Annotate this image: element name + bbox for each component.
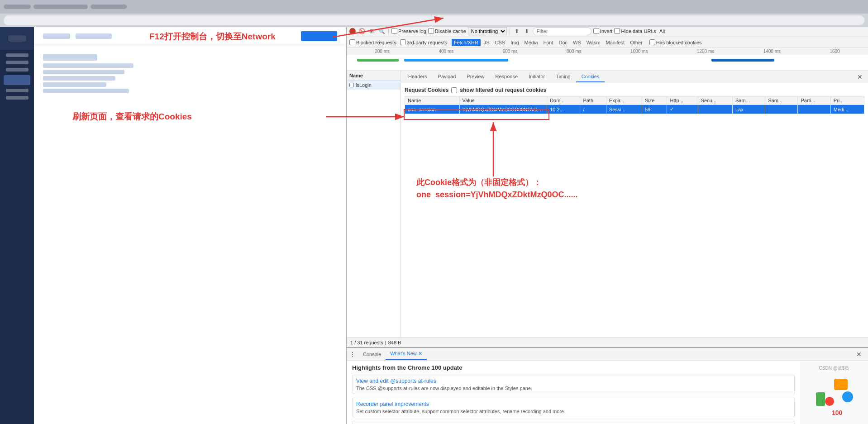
has-blocked-cookies-checkbox[interactable] [649, 39, 655, 45]
header-action-btn[interactable] [301, 31, 337, 41]
item-2-desc: Set custom selector attribute, support c… [356, 409, 791, 414]
name-column-header: Name [349, 73, 363, 78]
mark-400: 400 ms [439, 49, 453, 54]
cookie-domain: 10.2... [547, 105, 580, 114]
cookie-row-one-session[interactable]: one_session YjVhMDQxZDktMzQ0OC00NGVjLWJ.… [405, 105, 864, 114]
filter-font[interactable]: Font [541, 39, 556, 46]
filter-input[interactable] [533, 27, 591, 35]
detail-tab-headers[interactable]: Headers [403, 71, 433, 82]
cookie-httponly: ✓ [667, 105, 698, 114]
page-sidebar [0, 27, 34, 424]
filter-img[interactable]: Img [508, 39, 521, 46]
svg-rect-3 [816, 392, 825, 406]
transfer-size: 848 B [388, 340, 401, 345]
request-item-islogin[interactable]: isLogin [347, 81, 401, 90]
throttle-select[interactable]: No throttling [468, 27, 507, 35]
filter-doc[interactable]: Doc [557, 39, 570, 46]
cookies-table: Name Value Dom... Path Expir... Size Htt… [405, 96, 864, 114]
blocked-requests-text: Blocked Requests [356, 40, 396, 45]
cookie-size: 59 [642, 105, 667, 114]
sidebar-item-4 [6, 89, 29, 92]
filter-other[interactable]: Other [628, 39, 645, 46]
drawer-content: Highlights from the Chrome 100 update Vi… [347, 361, 868, 424]
detail-tab-payload[interactable]: Payload [433, 71, 462, 82]
col-name: Name [405, 96, 460, 105]
request-name-islogin: isLogin [356, 82, 372, 88]
filter-media[interactable]: Media [522, 39, 540, 46]
invert-label: Invert [593, 28, 613, 34]
content-block-4 [43, 76, 115, 81]
drawer-tab-console[interactable]: Console [358, 349, 386, 359]
filter-css[interactable]: CSS [493, 39, 508, 46]
timeline-bars [347, 55, 868, 71]
col-priority: Pri... [830, 96, 864, 105]
show-filtered-checkbox[interactable] [451, 87, 457, 93]
whats-new-illustration: 100 [807, 374, 861, 419]
toolbar-sep-2 [510, 28, 510, 35]
record-button[interactable] [349, 28, 356, 34]
svg-point-1 [842, 391, 853, 402]
detail-close-button[interactable]: ✕ [854, 73, 866, 81]
drawer-tab-whats-new[interactable]: What's New ✕ [386, 348, 426, 360]
detail-tab-cookies[interactable]: Cookies [576, 71, 605, 82]
col-domain: Dom... [547, 96, 580, 105]
preserve-log-checkbox[interactable] [391, 28, 397, 34]
filter-js[interactable]: JS [482, 39, 492, 46]
col-samesite2: Sam... [765, 96, 798, 105]
svg-text:100: 100 [832, 409, 843, 416]
drawer-menu-icon[interactable]: ⋮ [349, 351, 356, 358]
col-expires: Expir... [606, 96, 642, 105]
browser-tab-placeholder2 [33, 5, 88, 9]
detail-tab-response[interactable]: Response [490, 71, 523, 82]
mark-1000: 1000 ms [630, 49, 648, 54]
import-icon[interactable]: ⬆ [513, 27, 521, 35]
timeline-marks: 200 ms 400 ms 600 ms 800 ms 1000 ms 1200… [350, 49, 864, 54]
cookie-samesite-lax: Lax [732, 105, 765, 114]
request-cookies-label: Request Cookies [405, 87, 448, 93]
devtools-status-bar: 1 / 31 requests | 848 B [347, 337, 868, 347]
timeline-bar-2 [404, 59, 508, 62]
filter-icon[interactable]: ⊞ [367, 27, 376, 35]
preserve-log-text: Preserve log [398, 29, 426, 34]
disable-cache-checkbox[interactable] [428, 28, 434, 34]
hide-data-urls-checkbox[interactable] [614, 28, 620, 34]
devtools-panel: ℹ DevTools is now available in Chinese! … [346, 0, 868, 424]
search-icon[interactable]: 🔍 [377, 27, 386, 35]
filter-ws[interactable]: WS [571, 39, 583, 46]
filter-manifest[interactable]: Manifest [604, 39, 627, 46]
mark-200: 200 ms [375, 49, 390, 54]
page-content-area [0, 27, 346, 424]
preserve-log-label: Preserve log [391, 28, 426, 34]
whats-new-item-1: View and edit @supports at-rules The CSS… [352, 375, 795, 394]
sidebar-active-item [4, 75, 30, 85]
sidebar-item-1 [6, 53, 29, 57]
detail-tab-timing[interactable]: Timing [550, 71, 576, 82]
item-1-title[interactable]: View and edit @supports at-rules [356, 378, 791, 384]
invert-checkbox[interactable] [593, 28, 599, 34]
filter-types-bar: Blocked Requests 3rd-party requests Fetc… [347, 37, 868, 48]
detail-tab-preview[interactable]: Preview [461, 71, 490, 82]
filter-fetch-xhr[interactable]: Fetch/XHR [452, 39, 481, 46]
item-2-title[interactable]: Recorder panel improvements [356, 401, 791, 407]
status-separator: | [385, 340, 386, 345]
filter-wasm[interactable]: Wasm [584, 39, 603, 46]
drawer-close-button[interactable]: ✕ [853, 351, 865, 358]
request-cookies-title: Request Cookies show filtered out reques… [405, 87, 864, 93]
third-party-label: 3rd-party requests [400, 39, 447, 45]
address-bar[interactable] [4, 15, 864, 25]
detail-tab-initiator[interactable]: Initiator [523, 71, 550, 82]
browser-tab-placeholder [4, 5, 31, 9]
col-secure: Secu... [698, 96, 732, 105]
blocked-requests-checkbox[interactable] [349, 39, 355, 45]
page-main-content [34, 27, 346, 424]
all-label: All [658, 29, 666, 34]
third-party-checkbox[interactable] [400, 39, 406, 45]
timeline-scale: 200 ms 400 ms 600 ms 800 ms 1000 ms 1200… [347, 48, 868, 55]
header-item-1 [43, 33, 70, 39]
whats-new-title: Highlights from the Chrome 100 update [352, 364, 795, 371]
export-icon[interactable]: ⬇ [523, 27, 531, 35]
request-checkbox-islogin[interactable] [349, 83, 354, 87]
clear-button[interactable]: 🚫 [358, 27, 366, 35]
timeline-area: 200 ms 400 ms 600 ms 800 ms 1000 ms 1200… [347, 48, 868, 71]
mark-1600: 1600 [830, 49, 839, 54]
